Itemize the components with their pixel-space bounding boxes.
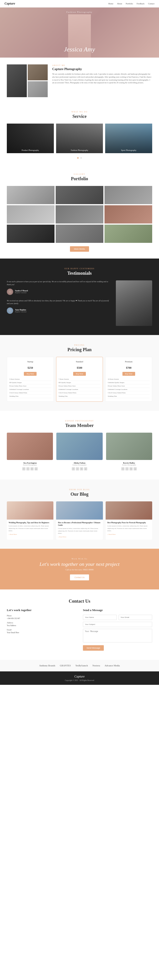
testimonials-grid: It was such a pleasure to have you as pa… (7, 280, 152, 326)
partners-section: Anthony Brands GRANTES YesBySamch Nexter… (0, 660, 159, 671)
portfolio-item-8[interactable] (56, 224, 103, 243)
feature-1-2: Private Online Photo Store (58, 384, 101, 388)
nav-portfolio[interactable]: Portfolio (126, 3, 133, 5)
social-in-1[interactable]: in (30, 467, 34, 471)
send-message-button[interactable]: Send Message (83, 645, 104, 651)
blog-title: Our Blog (7, 492, 152, 497)
pricing-name-standard: Standard (58, 361, 101, 363)
blog-text-3: Lorem ipsum sit dolor, consectetur adipi… (107, 525, 150, 532)
nav-about[interactable]: About (117, 3, 122, 5)
service-label-2: Fashion Photography (56, 147, 103, 153)
blog-label: From Our Blog (7, 488, 152, 491)
social-g-1[interactable]: g (35, 467, 38, 471)
social-in-2[interactable]: in (80, 467, 83, 471)
about-description: We are currently available for freelance… (52, 73, 152, 84)
hero-subtitle: Fashion Photography (0, 11, 159, 13)
partner-2: GRANTES (60, 664, 71, 667)
social-f-2[interactable]: f (72, 467, 75, 471)
nav-home[interactable]: Home (109, 3, 113, 5)
dot-2[interactable] (80, 157, 82, 159)
services-section: What We Do Service Product Photography F… (0, 104, 159, 166)
portfolio-item-5[interactable] (56, 205, 103, 223)
about-img-3 (28, 81, 48, 97)
testimonial-image (116, 280, 152, 326)
social-in-3[interactable]: in (129, 467, 133, 471)
pricing-label: Pricing (7, 344, 152, 346)
blog-card-2[interactable]: How to Become a Professional Photographe… (56, 501, 103, 539)
portfolio-item-3[interactable] (104, 186, 152, 204)
partner-1: Anthony Brands (39, 664, 55, 667)
pricing-price-standard: $500 (58, 364, 101, 370)
blog-card-3[interactable]: Best Photography Poses for Portrait Phot… (105, 501, 152, 539)
pricing-btn-premium[interactable]: Buy Now (123, 372, 135, 376)
social-f-1[interactable]: f (22, 467, 25, 471)
service-label-1: Product Photography (7, 147, 54, 153)
team-section: Expert Photography Team Member Ava Farri… (0, 411, 159, 479)
author-name-2: Anne Hopkins (15, 309, 27, 311)
feature-1-1: HD Quality Images (58, 381, 101, 384)
service-product-photography[interactable]: Product Photography (7, 124, 54, 153)
about-section: About Me Capture Photography We are curr… (0, 57, 159, 104)
about-content: About Me Capture Photography We are curr… (52, 64, 152, 84)
about-img-2 (28, 64, 48, 80)
more-works-button[interactable]: More Works (70, 246, 89, 252)
nav-logo[interactable]: Capture (5, 2, 15, 5)
testimonial-author-2: Anne Hopkins Regular Customer (7, 307, 111, 314)
portfolio-item-7[interactable] (7, 224, 55, 243)
social-t-3[interactable]: t (125, 467, 129, 471)
cta-title: Let's work together on your next project (7, 561, 152, 567)
social-g-3[interactable]: g (134, 467, 137, 471)
team-name-1: Ava Farrington (7, 462, 53, 464)
blog-read-more-3[interactable]: » Read More (107, 533, 150, 535)
cta-label: Work With Us (7, 558, 152, 560)
pricing-btn-standard[interactable]: Buy Now (73, 372, 86, 376)
dot-1[interactable] (77, 157, 79, 159)
blog-read-more-1[interactable]: » Read More (9, 533, 52, 535)
cta-button[interactable]: Contact Us (70, 574, 89, 580)
blog-read-more-2[interactable]: » Read More (58, 536, 101, 538)
pricing-section: Pricing Pricing Plan Startup $250 Buy No… (0, 335, 159, 411)
feature-1-0: 7 Hours Session (58, 377, 101, 381)
portfolio-item-1[interactable] (7, 186, 55, 204)
team-role-2: Fashion Photographer (56, 464, 102, 466)
blog-card-1[interactable]: Wedding Photography, Tips and Ideas for … (7, 501, 54, 539)
feature-0-1: HD Quality Images (9, 381, 51, 384)
name-input[interactable] (83, 615, 117, 620)
team-grid: Ava Farrington Portrait Photographer f t… (7, 433, 152, 471)
pricing-card-standard: Standard $500 Buy Now 7 Hours Session HD… (56, 357, 103, 402)
blog-img-3 (105, 501, 152, 520)
author-name-1: Sandra O'Board (15, 290, 28, 292)
feature-0-3: Unlimited Coverage Locations (9, 388, 51, 391)
social-g-2[interactable]: g (84, 467, 87, 471)
author-avatar-1 (7, 289, 13, 295)
pricing-features-standard: 7 Hours Session HD Quality Images Privat… (58, 377, 101, 398)
social-f-3[interactable]: f (121, 467, 124, 471)
subject-input[interactable] (83, 622, 152, 627)
contact-section: Contact Us Let's work together Phone +34… (0, 589, 159, 660)
feature-2-0: 10 Hours Session (108, 377, 150, 381)
portfolio-item-9[interactable] (104, 224, 152, 243)
nav-feedback[interactable]: Feedback (137, 3, 145, 5)
team-card-3: Kerrie Halley Product Photographer f t i… (106, 433, 152, 471)
pricing-card-premium: Premium $700 Buy Now 10 Hours Session Un… (105, 357, 152, 402)
service-sport-photography[interactable]: Sport Photography (105, 124, 152, 153)
portfolio-item-6[interactable] (104, 205, 152, 223)
feature-0-2: Private Online Photo Store (9, 384, 51, 388)
footer-brand: Capture (3, 675, 156, 678)
service-label-3: Sport Photography (105, 147, 152, 153)
pricing-title: Pricing Plan (7, 347, 152, 352)
testimonials-section: Our Happy Customers Testimonials It was … (0, 259, 159, 335)
nav-contact[interactable]: Contact (148, 3, 154, 5)
portfolio-item-2[interactable] (56, 186, 103, 204)
social-t-2[interactable]: t (76, 467, 79, 471)
portfolio-title: Portfolio (7, 176, 152, 181)
social-t-1[interactable]: t (26, 467, 30, 471)
message-input[interactable] (83, 629, 152, 643)
portfolio-item-4[interactable] (7, 205, 55, 223)
service-fashion-photography[interactable]: Fashion Photography (56, 124, 103, 153)
testimonials-title: Testimonials (7, 270, 152, 276)
contact-info: Let's work together Phone +344 456 332 0… (7, 608, 76, 651)
pricing-btn-startup[interactable]: Buy Now (24, 372, 36, 376)
address-value: You Address (7, 625, 76, 627)
email-input[interactable] (118, 615, 153, 620)
